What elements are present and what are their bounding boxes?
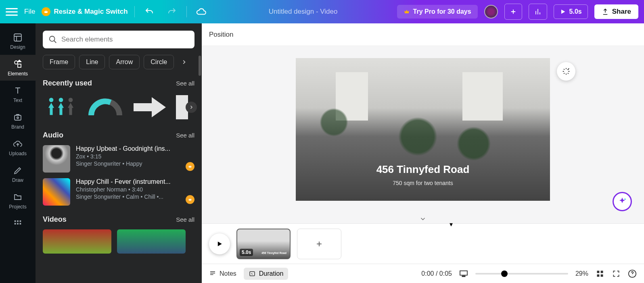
see-all-recent[interactable]: See all: [176, 80, 194, 87]
ai-assistant-button[interactable]: [613, 192, 632, 211]
audio-meta: Zox • 3:15: [76, 153, 194, 160]
canvas-heading-text[interactable]: 456 Tinnyfed Road: [296, 163, 550, 176]
chip-frame[interactable]: Frame: [43, 55, 75, 69]
chip-circle[interactable]: Circle: [144, 55, 174, 69]
redo-button[interactable]: [164, 4, 180, 20]
section-recently-used-title: Recently used: [43, 79, 92, 87]
rail-text[interactable]: Text: [0, 81, 36, 107]
pencil-icon: [13, 165, 23, 176]
separator: [134, 6, 135, 17]
audio-artwork: [43, 178, 70, 206]
duration-button[interactable]: Duration: [244, 268, 288, 280]
position-button[interactable]: Position: [209, 31, 233, 39]
notes-button[interactable]: Notes: [209, 270, 236, 277]
fit-view-button[interactable]: [459, 269, 468, 278]
rail-draw[interactable]: Draw: [0, 161, 36, 187]
rail-brand[interactable]: Brand: [0, 108, 36, 134]
audio-tags: Singer Songwriter • Calm • Chill •...: [76, 194, 194, 200]
zoom-slider-handle[interactable]: [501, 271, 508, 277]
search-icon: [48, 35, 57, 44]
svg-rect-9: [17, 223, 19, 225]
timeline-page-thumbnail[interactable]: 5.0s 456 Tinnyfed Road: [236, 229, 291, 259]
shapes-icon: [13, 59, 23, 69]
chip-arrow[interactable]: Arrow: [109, 55, 140, 69]
rail-projects[interactable]: Projects: [0, 188, 36, 214]
play-button[interactable]: [209, 233, 230, 254]
see-all-videos[interactable]: See all: [176, 216, 194, 223]
canvas-subheading-text[interactable]: 750 sqm for two tenants: [296, 180, 550, 186]
upload-icon: [602, 8, 609, 15]
magic-recommend-button[interactable]: [557, 62, 575, 81]
chip-line[interactable]: Line: [79, 55, 105, 69]
svg-rect-2: [18, 64, 21, 67]
recent-thumbnails: [43, 93, 194, 121]
svg-point-11: [50, 36, 55, 42]
video-thumbnails: [43, 229, 194, 254]
video-thumbnail[interactable]: [43, 229, 111, 254]
search-input[interactable]: [61, 35, 189, 44]
user-avatar[interactable]: [484, 5, 498, 19]
timeline: ▾ 5.0s 456 Tinnyfed Road +: [202, 223, 644, 264]
svg-rect-3: [15, 115, 21, 120]
analytics-button[interactable]: [529, 4, 547, 20]
grid-view-button[interactable]: [596, 269, 604, 278]
help-button[interactable]: [628, 269, 637, 278]
svg-rect-19: [597, 271, 600, 273]
file-menu[interactable]: File: [24, 8, 35, 16]
play-icon: [560, 8, 566, 15]
audio-title: Happy Upbeat - Goodnight (ins...: [76, 145, 194, 152]
playback-time: 0:00 / 0:05: [421, 270, 452, 277]
svg-rect-5: [15, 221, 16, 222]
rail-uploads[interactable]: Uploads: [0, 135, 36, 160]
recent-scroll-right[interactable]: [186, 102, 197, 113]
svg-rect-10: [20, 223, 21, 225]
zoom-slider[interactable]: [475, 273, 568, 275]
svg-point-4: [17, 117, 19, 119]
rail-apps[interactable]: [0, 214, 36, 229]
editor-stage[interactable]: 456 Tinnyfed Road 750 sqm for two tenant…: [202, 46, 644, 223]
resize-magic-switch-button[interactable]: Resize & Magic Switch: [42, 7, 128, 16]
rail-elements[interactable]: Elements: [0, 55, 36, 81]
section-videos-title: Videos: [43, 215, 67, 224]
svg-rect-17: [460, 271, 467, 275]
section-audio-title: Audio: [43, 131, 63, 139]
top-bar: File Resize & Magic Switch Untitled desi…: [0, 0, 644, 23]
playhplaceアsaved-marker[interactable]: ▾: [450, 221, 453, 228]
menu-button[interactable]: [6, 6, 18, 18]
svg-rect-22: [601, 274, 603, 277]
svg-rect-0: [14, 34, 21, 41]
element-arc-chart[interactable]: [87, 97, 123, 117]
notes-icon: [209, 270, 216, 277]
cloud-sync-icon[interactable]: [193, 4, 209, 20]
element-people-icon[interactable]: [43, 93, 79, 121]
svg-point-1: [15, 61, 18, 64]
svg-rect-8: [15, 223, 16, 225]
undo-button[interactable]: [141, 4, 157, 20]
folder-icon: [13, 192, 23, 202]
separator: [186, 6, 187, 17]
filter-chips: Frame Line Arrow Circle: [43, 55, 194, 69]
search-box[interactable]: [43, 31, 194, 48]
frame-caption: 456 Tinnyfed Road: [261, 252, 286, 254]
timeline-collapse-toggle[interactable]: [419, 215, 427, 224]
elements-panel: Frame Line Arrow Circle Recently used Se…: [36, 23, 202, 283]
design-title-input[interactable]: Untitled design - Video: [216, 8, 391, 16]
svg-point-15: [625, 199, 626, 200]
try-pro-button[interactable]: Try Pro for 30 days: [397, 5, 478, 19]
video-thumbnail[interactable]: [117, 229, 186, 254]
present-button[interactable]: 5.0s: [554, 4, 588, 19]
design-canvas[interactable]: 456 Tinnyfed Road 750 sqm for two tenant…: [296, 58, 550, 201]
add-collaborator-button[interactable]: [504, 4, 522, 20]
fullscreen-button[interactable]: [612, 269, 621, 278]
zoom-percentage[interactable]: 29%: [575, 270, 588, 277]
element-arrow-right[interactable]: [132, 93, 168, 121]
add-page-button[interactable]: +: [297, 229, 341, 259]
audio-item[interactable]: Happy Upbeat - Goodnight (ins... Zox • 3…: [43, 145, 194, 173]
chips-scroll-right[interactable]: [178, 55, 190, 69]
crown-icon: [42, 7, 50, 16]
panel-scrollbar[interactable]: [199, 56, 201, 76]
audio-item[interactable]: Happy Chill - Fever (instrument... Chris…: [43, 178, 194, 206]
share-button[interactable]: Share: [594, 4, 638, 19]
rail-design[interactable]: Design: [0, 28, 36, 54]
see-all-audio[interactable]: See all: [176, 132, 194, 139]
